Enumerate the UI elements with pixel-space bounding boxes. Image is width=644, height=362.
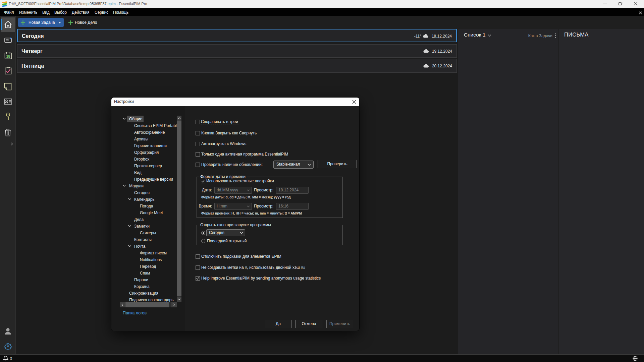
svg-text:18: 18: [6, 54, 10, 58]
